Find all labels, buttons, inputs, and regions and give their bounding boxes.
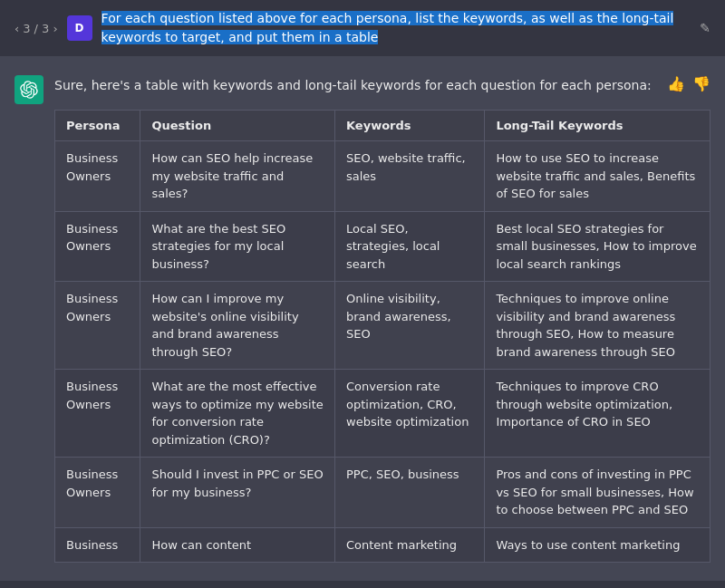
cell-longtail: How to use SEO to increase website traff… [485, 141, 710, 212]
next-arrow[interactable]: › [53, 22, 57, 35]
table-row: Business OwnersShould I invest in PPC or… [55, 458, 710, 528]
thumbs-down-icon[interactable]: 👎 [692, 75, 710, 92]
col-header-keywords: Keywords [335, 111, 485, 141]
cell-question: What are the best SEO strategies for my … [140, 211, 335, 282]
edit-icon[interactable]: ✎ [700, 21, 710, 35]
col-header-persona: Persona [55, 111, 140, 141]
cell-keywords: SEO, website traffic, sales [335, 141, 485, 212]
cell-question: Should I invest in PPC or SEO for my bus… [140, 458, 335, 528]
cell-persona: Business [55, 527, 140, 563]
nav-arrows[interactable]: ‹ 3 / 3 › [14, 22, 58, 35]
table-row: BusinessHow can contentContent marketing… [55, 527, 710, 563]
prev-arrow[interactable]: ‹ [14, 22, 19, 35]
cell-question: How can SEO help increase my website tra… [140, 141, 335, 212]
openai-icon [20, 81, 38, 99]
assistant-content: Sure, here's a table with keywords and l… [54, 75, 710, 563]
cell-question: How can I improve my website's online vi… [140, 282, 335, 370]
table-row: Business OwnersWhat are the best SEO str… [55, 211, 710, 282]
table-row: Business OwnersHow can I improve my webs… [55, 282, 710, 370]
cell-question: How can content [140, 527, 335, 563]
user-avatar: D [67, 15, 92, 41]
cell-persona: Business Owners [55, 141, 140, 212]
assistant-intro: Sure, here's a table with keywords and l… [54, 75, 652, 95]
highlighted-message: For each question listed above for each … [102, 11, 674, 44]
thumbs-up-icon[interactable]: 👍 [667, 75, 685, 92]
cell-persona: Business Owners [55, 211, 140, 282]
cell-longtail: Techniques to improve online visibility … [485, 282, 710, 370]
cell-longtail: Pros and cons of investing in PPC vs SEO… [485, 458, 710, 528]
cell-keywords: Local SEO, strategies, local search [335, 211, 485, 282]
action-icons: 👍 👎 [667, 75, 710, 92]
cell-longtail: Best local SEO strategies for small busi… [485, 211, 710, 282]
cell-keywords: Content marketing [335, 527, 485, 563]
keywords-table: Persona Question Keywords Long-Tail Keyw… [54, 110, 710, 563]
cell-keywords: Online visibility, brand awareness, SEO [335, 282, 485, 370]
table-row: Business OwnersWhat are the most effecti… [55, 370, 710, 458]
cell-keywords: Conversion rate optimization, CRO, websi… [335, 370, 485, 458]
col-header-question: Question [140, 111, 335, 141]
assistant-avatar [14, 75, 44, 104]
cell-longtail: Ways to use content marketing [485, 527, 710, 563]
user-message-bar: ‹ 3 / 3 › D For each question listed abo… [0, 0, 725, 57]
cell-persona: Business Owners [55, 370, 140, 458]
cell-persona: Business Owners [55, 282, 140, 370]
cell-persona: Business Owners [55, 458, 140, 528]
table-row: Business OwnersHow can SEO help increase… [55, 141, 710, 212]
assistant-message: Sure, here's a table with keywords and l… [0, 57, 725, 581]
col-header-longtail: Long-Tail Keywords [485, 111, 710, 141]
cell-longtail: Techniques to improve CRO through websit… [485, 370, 710, 458]
cell-keywords: PPC, SEO, business [335, 458, 485, 528]
user-message-text: For each question listed above for each … [102, 9, 691, 47]
nav-position: 3 / 3 [23, 22, 49, 35]
cell-question: What are the most effective ways to opti… [140, 370, 335, 458]
